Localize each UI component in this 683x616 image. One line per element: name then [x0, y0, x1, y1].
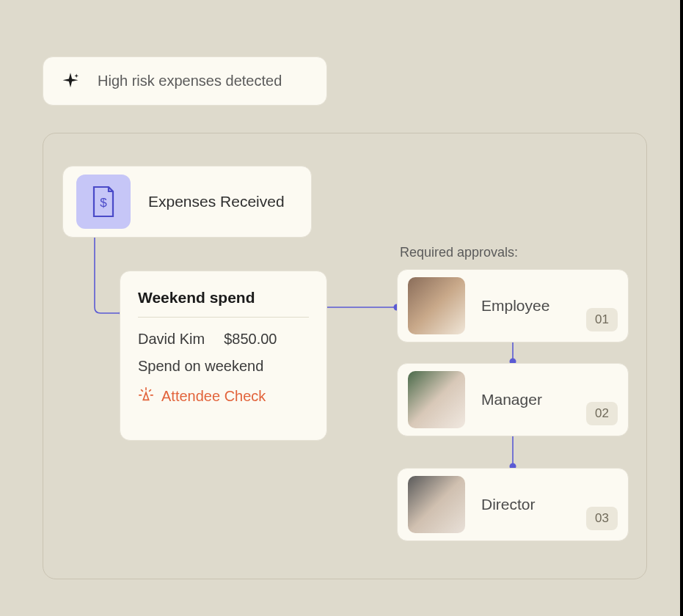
spend-flag-label: Attendee Check [161, 388, 266, 405]
svg-line-6 [142, 390, 143, 392]
card-weekend-spend[interactable]: Weekend spend David Kim $850.00 Spend on… [120, 271, 327, 441]
spend-title: Weekend spend [138, 289, 309, 318]
alert-chip: High risk expenses detected [43, 56, 327, 106]
approval-badge: 01 [586, 308, 618, 331]
approval-card-employee[interactable]: Employee 01 [397, 269, 629, 342]
spend-row-person-amount: David Kim $850.00 [138, 331, 309, 348]
avatar [408, 371, 465, 428]
approval-card-director[interactable]: Director 03 [397, 468, 629, 541]
approval-badge: 02 [586, 402, 618, 425]
spend-amount: $850.00 [224, 331, 277, 348]
spend-note: Spend on weekend [138, 358, 309, 375]
workflow-panel: $ Expenses Received Weekend spend David … [43, 133, 647, 579]
svg-line-7 [150, 390, 151, 392]
approvals-heading: Required approvals: [400, 245, 518, 260]
spend-person: David Kim [138, 331, 205, 348]
avatar [408, 476, 465, 533]
spend-flag[interactable]: Attendee Check [138, 386, 309, 406]
card-expenses-received[interactable]: $ Expenses Received [62, 166, 312, 238]
approval-role: Director [481, 496, 570, 513]
approval-card-manager[interactable]: Manager 02 [397, 363, 629, 436]
alert-burst-icon [138, 386, 154, 406]
sparkle-icon [59, 70, 81, 92]
approval-badge: 03 [586, 507, 618, 530]
approval-role: Manager [481, 391, 570, 408]
expenses-received-label: Expenses Received [148, 193, 285, 210]
alert-text: High risk expenses detected [98, 73, 282, 89]
approval-role: Employee [481, 297, 570, 315]
svg-text:$: $ [100, 196, 107, 210]
avatar [408, 277, 465, 334]
document-dollar-icon: $ [76, 175, 131, 229]
